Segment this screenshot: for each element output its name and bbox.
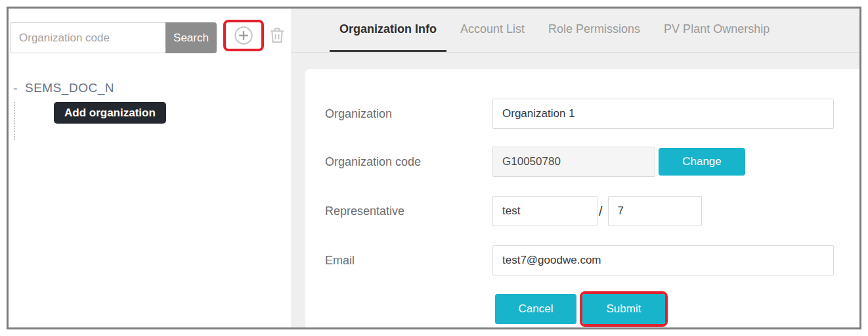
- trash-icon: [267, 25, 288, 46]
- tree-guide-line: [14, 102, 15, 140]
- organization-detail-panel: Organization Info Account List Role Perm…: [291, 9, 859, 327]
- form-actions-row: Cancel Submit: [325, 294, 668, 324]
- representative-number-input[interactable]: [608, 196, 702, 226]
- representative-separator: /: [599, 204, 603, 219]
- search-button[interactable]: Search: [165, 22, 217, 53]
- organization-tree-sidebar: Search: [9, 9, 291, 327]
- detail-tabs: Organization Info Account List Role Perm…: [291, 9, 859, 53]
- tab-organization-info[interactable]: Organization Info: [330, 9, 446, 52]
- email-label: Email: [325, 254, 492, 268]
- organization-code-label: Organization code: [325, 155, 492, 169]
- organization-code-row: Organization code Change: [325, 147, 745, 177]
- add-organization-button[interactable]: [232, 24, 255, 47]
- tab-role-permissions[interactable]: Role Permissions: [538, 9, 650, 52]
- app-frame: Search: [7, 7, 861, 329]
- delete-organization-button[interactable]: [266, 24, 288, 47]
- tab-pv-plant-ownership[interactable]: PV Plant Ownership: [654, 9, 779, 52]
- tree-node-root[interactable]: SEMS_DOC_N: [25, 81, 114, 95]
- tree-collapse-toggle[interactable]: -: [13, 80, 18, 96]
- organization-label: Organization: [325, 107, 492, 121]
- add-organization-tooltip: Add organization: [54, 102, 166, 124]
- change-code-button[interactable]: Change: [659, 148, 745, 176]
- organization-code-search-input[interactable]: [11, 22, 165, 53]
- email-row: Email: [325, 245, 834, 276]
- representative-name-input[interactable]: [492, 196, 597, 226]
- cancel-button[interactable]: Cancel: [495, 294, 576, 324]
- plus-circle-icon: [232, 24, 255, 47]
- representative-row: Representative /: [325, 196, 702, 226]
- tab-account-list[interactable]: Account List: [450, 9, 534, 52]
- submit-highlight-annotation: Submit: [580, 291, 668, 327]
- email-input[interactable]: [492, 245, 834, 276]
- organization-row: Organization: [325, 99, 834, 129]
- organization-code-input: [492, 147, 655, 177]
- add-organization-highlight-annotation: [223, 20, 264, 51]
- organization-name-input[interactable]: [492, 99, 834, 129]
- representative-label: Representative: [325, 204, 492, 218]
- organization-info-card: Organization Organization code Change Re…: [305, 69, 859, 327]
- submit-button[interactable]: Submit: [582, 294, 665, 324]
- screenshot-stage: Search: [0, 0, 868, 336]
